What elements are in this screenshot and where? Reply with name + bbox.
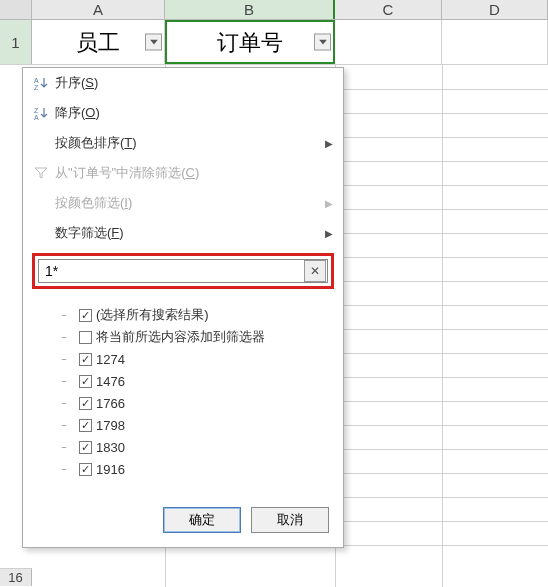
search-box: ✕ <box>38 259 328 283</box>
cell-a1-text: 员工 <box>76 30 120 55</box>
filter-checklist: ∙∙∙∙ (选择所有搜索结果) ∙∙∙∙ 将当前所选内容添加到筛选器 ∙∙∙∙ … <box>53 298 329 493</box>
checkbox-icon[interactable] <box>79 309 92 322</box>
number-filters[interactable]: 数字筛选(F) ▶ <box>23 218 343 248</box>
sort-by-color[interactable]: 按颜色排序(T) ▶ <box>23 128 343 158</box>
tree-line-icon: ∙∙∙∙ <box>61 355 79 364</box>
search-highlight-box: ✕ <box>32 253 334 289</box>
sort-desc-icon: ZA <box>29 106 53 120</box>
sort-asc-label: 升序(S) <box>53 74 333 92</box>
checkbox-icon[interactable] <box>79 331 92 344</box>
col-header-b[interactable]: B <box>165 0 335 19</box>
col-header-d[interactable]: D <box>442 0 548 19</box>
col-header-a[interactable]: A <box>32 0 165 19</box>
filter-color-label: 按颜色筛选(I) <box>53 194 325 212</box>
tree-line-icon: ∙∙∙∙ <box>61 333 79 342</box>
submenu-arrow-icon: ▶ <box>325 228 333 239</box>
check-select-all[interactable]: ∙∙∙∙ (选择所有搜索结果) <box>61 304 321 326</box>
cell-c1[interactable] <box>335 20 442 64</box>
check-label: 1476 <box>96 374 125 389</box>
tree-line-icon: ∙∙∙∙ <box>61 311 79 320</box>
checkbox-icon[interactable] <box>79 419 92 432</box>
filter-dropdown: AZ 升序(S) ZA 降序(O) 按颜色排序(T) ▶ 从"订单号"中清除筛选… <box>22 67 344 548</box>
clear-filter: 从"订单号"中清除筛选(C) <box>23 158 343 188</box>
svg-text:A: A <box>34 77 39 84</box>
check-item[interactable]: ∙∙∙∙ 1798 <box>61 414 321 436</box>
check-label: 将当前所选内容添加到筛选器 <box>96 328 265 346</box>
close-icon: ✕ <box>310 264 320 278</box>
check-label: 1916 <box>96 462 125 477</box>
check-label: 1830 <box>96 440 125 455</box>
svg-text:Z: Z <box>34 84 39 90</box>
tree-line-icon: ∙∙∙∙ <box>61 443 79 452</box>
check-item[interactable]: ∙∙∙∙ 1830 <box>61 436 321 458</box>
checkbox-icon[interactable] <box>79 375 92 388</box>
select-all-corner[interactable] <box>0 0 32 19</box>
cell-b1[interactable]: 订单号 <box>165 20 335 64</box>
checkbox-icon[interactable] <box>79 463 92 476</box>
chevron-down-icon <box>319 39 327 45</box>
column-headers: A B C D <box>0 0 548 20</box>
checkbox-icon[interactable] <box>79 397 92 410</box>
check-item[interactable]: ∙∙∙∙ 1916 <box>61 458 321 480</box>
row-1: 1 员工 订单号 <box>0 20 548 65</box>
filter-by-color: 按颜色筛选(I) ▶ <box>23 188 343 218</box>
sort-descending[interactable]: ZA 降序(O) <box>23 98 343 128</box>
checkbox-icon[interactable] <box>79 353 92 366</box>
check-item[interactable]: ∙∙∙∙ 1476 <box>61 370 321 392</box>
clear-filter-label: 从"订单号"中清除筛选(C) <box>53 164 333 182</box>
sort-desc-label: 降序(O) <box>53 104 333 122</box>
check-label: 1798 <box>96 418 125 433</box>
tree-line-icon: ∙∙∙∙ <box>61 377 79 386</box>
row-header-1[interactable]: 1 <box>0 20 32 64</box>
svg-text:Z: Z <box>34 107 39 114</box>
check-label: (选择所有搜索结果) <box>96 306 209 324</box>
cell-a1[interactable]: 员工 <box>32 20 165 64</box>
ok-button[interactable]: 确定 <box>163 507 241 533</box>
sort-asc-icon: AZ <box>29 76 53 90</box>
sort-color-label: 按颜色排序(T) <box>53 134 325 152</box>
button-row: 确定 取消 <box>23 497 343 547</box>
clear-search-button[interactable]: ✕ <box>304 260 326 282</box>
sort-ascending[interactable]: AZ 升序(S) <box>23 68 343 98</box>
search-input[interactable] <box>39 263 304 279</box>
cancel-button[interactable]: 取消 <box>251 507 329 533</box>
check-add-current[interactable]: ∙∙∙∙ 将当前所选内容添加到筛选器 <box>61 326 321 348</box>
tree-line-icon: ∙∙∙∙ <box>61 421 79 430</box>
svg-text:A: A <box>34 114 39 120</box>
check-item[interactable]: ∙∙∙∙ 1766 <box>61 392 321 414</box>
filter-button-b[interactable] <box>314 34 331 51</box>
filter-button-a[interactable] <box>145 34 162 51</box>
row-header-16[interactable]: 16 <box>0 568 32 586</box>
cell-b1-text: 订单号 <box>217 30 283 55</box>
submenu-arrow-icon: ▶ <box>325 198 333 209</box>
check-item[interactable]: ∙∙∙∙ 1274 <box>61 348 321 370</box>
check-label: 1274 <box>96 352 125 367</box>
chevron-down-icon <box>150 39 158 45</box>
funnel-clear-icon <box>29 166 53 180</box>
cell-d1[interactable] <box>442 20 548 64</box>
number-filter-label: 数字筛选(F) <box>53 224 325 242</box>
submenu-arrow-icon: ▶ <box>325 138 333 149</box>
tree-line-icon: ∙∙∙∙ <box>61 465 79 474</box>
check-label: 1766 <box>96 396 125 411</box>
checkbox-icon[interactable] <box>79 441 92 454</box>
tree-line-icon: ∙∙∙∙ <box>61 399 79 408</box>
col-header-c[interactable]: C <box>335 0 442 19</box>
